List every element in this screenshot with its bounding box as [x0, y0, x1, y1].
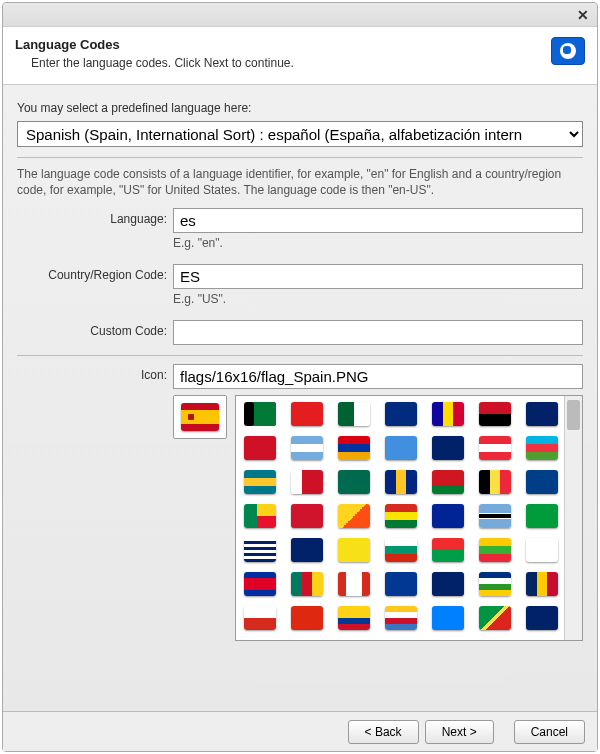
flag-american-samoa[interactable] [385, 402, 417, 426]
flag-armenia[interactable] [338, 436, 370, 460]
flag-drcongo[interactable] [432, 606, 464, 630]
flag-australia[interactable] [432, 436, 464, 460]
region-input[interactable] [173, 264, 583, 289]
next-button[interactable]: Next > [425, 720, 494, 744]
flag-comoros[interactable] [385, 606, 417, 630]
flag-algeria[interactable] [338, 402, 370, 426]
flag-brazil[interactable] [526, 504, 558, 528]
flag-bulgaria[interactable] [385, 538, 417, 562]
flag-botswana[interactable] [479, 504, 511, 528]
footer: < Back Next > Cancel [3, 711, 597, 751]
flag-burundi[interactable] [526, 538, 558, 562]
flag-brunei[interactable] [338, 538, 370, 562]
divider [17, 355, 583, 356]
flag-colombia[interactable] [338, 606, 370, 630]
flag-azerbaijan[interactable] [526, 436, 558, 460]
flag-belarus[interactable] [432, 470, 464, 494]
flag-cambodia[interactable] [244, 572, 276, 596]
flag-andorra[interactable] [432, 402, 464, 426]
flag-cayman[interactable] [432, 572, 464, 596]
flag-picker [235, 395, 583, 641]
flag-chile[interactable] [244, 606, 276, 630]
flag-bahamas[interactable] [244, 470, 276, 494]
flag-canada[interactable] [338, 572, 370, 596]
custom-label: Custom Code: [17, 320, 173, 338]
help-text: The language code consists of a language… [17, 166, 583, 198]
flag-burma[interactable] [479, 538, 511, 562]
predefined-label: You may select a predefined language her… [17, 101, 583, 115]
flag-bangladesh[interactable] [338, 470, 370, 494]
flag-bvi[interactable] [291, 538, 323, 562]
flag-chad[interactable] [526, 572, 558, 596]
icon-label: Icon: [17, 364, 173, 382]
flag-car[interactable] [479, 572, 511, 596]
flag-argentina[interactable] [291, 436, 323, 460]
custom-input[interactable] [173, 320, 583, 345]
flag-belize[interactable] [526, 470, 558, 494]
language-label: Language: [17, 208, 173, 226]
flag-rcongo[interactable] [479, 606, 511, 630]
flag-angola[interactable] [479, 402, 511, 426]
flag-bosnia[interactable] [432, 504, 464, 528]
scrollbar[interactable] [564, 396, 582, 640]
flag-anguilla[interactable] [526, 402, 558, 426]
back-button[interactable]: < Back [348, 720, 419, 744]
flag-bhutan[interactable] [338, 504, 370, 528]
header: Language Codes Enter the language codes.… [3, 27, 597, 85]
flag-cameroon[interactable] [291, 572, 323, 596]
language-example: E.g. "en". [173, 236, 583, 250]
globe-icon[interactable] [551, 37, 585, 65]
cancel-button[interactable]: Cancel [514, 720, 585, 744]
flag-bermuda[interactable] [291, 504, 323, 528]
flag-barbados[interactable] [385, 470, 417, 494]
flag-benin[interactable] [244, 504, 276, 528]
flag-grid [236, 396, 564, 640]
flag-belgium[interactable] [479, 470, 511, 494]
page-title: Language Codes [15, 37, 294, 52]
flag-aruba[interactable] [385, 436, 417, 460]
flag-capeverde[interactable] [385, 572, 417, 596]
icon-path-input[interactable] [173, 364, 583, 389]
icon-preview [173, 395, 227, 439]
flag-austria[interactable] [479, 436, 511, 460]
scroll-thumb[interactable] [567, 400, 580, 430]
titlebar: ✕ [3, 3, 597, 27]
flag-spain-preview [181, 403, 219, 431]
flag-albania[interactable] [291, 402, 323, 426]
flag-antigua[interactable] [244, 436, 276, 460]
flag-burkina[interactable] [432, 538, 464, 562]
flag-bolivia[interactable] [385, 504, 417, 528]
predefined-language-select[interactable]: Spanish (Spain, International Sort) : es… [17, 121, 583, 147]
dialog-window: ✕ Language Codes Enter the language code… [2, 2, 598, 752]
body: You may select a predefined language her… [3, 85, 597, 711]
language-input[interactable] [173, 208, 583, 233]
flag-china[interactable] [291, 606, 323, 630]
divider [17, 157, 583, 158]
flag-bahrain[interactable] [291, 470, 323, 494]
close-icon[interactable]: ✕ [577, 7, 589, 23]
page-subtitle: Enter the language codes. Click Next to … [31, 56, 294, 70]
region-label: Country/Region Code: [17, 264, 173, 282]
flag-afghanistan[interactable] [244, 402, 276, 426]
region-example: E.g. "US". [173, 292, 583, 306]
flag-biot[interactable] [244, 538, 276, 562]
flag-cookis[interactable] [526, 606, 558, 630]
